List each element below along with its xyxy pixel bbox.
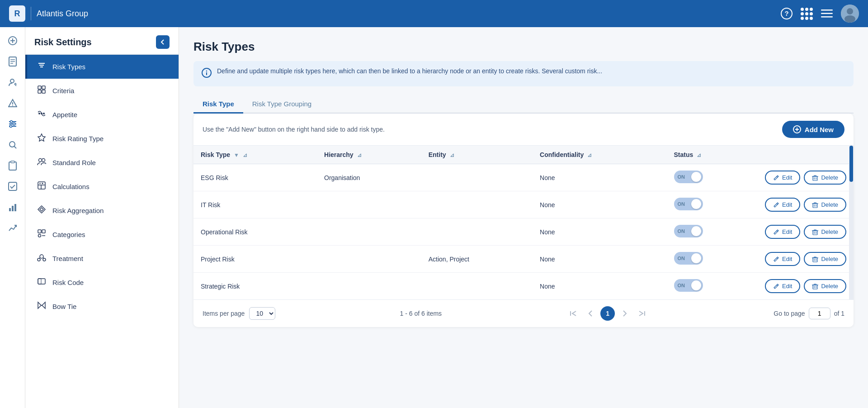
delete-button-2[interactable]: Delete bbox=[804, 225, 846, 239]
first-page-button[interactable] bbox=[566, 306, 580, 321]
sidebar-item-risk-rating-type[interactable]: Risk Rating Type bbox=[25, 127, 179, 151]
tab-risk-type-grouping[interactable]: Risk Type Grouping bbox=[243, 95, 321, 114]
svg-rect-51 bbox=[42, 230, 45, 233]
svg-marker-48 bbox=[38, 206, 45, 213]
svg-rect-2 bbox=[821, 9, 833, 11]
sidebar-icon-chart[interactable] bbox=[4, 198, 22, 216]
col-entity-label: Entity bbox=[429, 151, 446, 158]
col-risk-type-label: Risk Type bbox=[201, 151, 230, 158]
edit-button-2[interactable]: Edit bbox=[765, 225, 800, 239]
sidebar-icon-warning[interactable] bbox=[4, 94, 22, 112]
col-confidentiality-label: Confidentiality bbox=[540, 151, 584, 158]
edit-button-3[interactable]: Edit bbox=[765, 252, 800, 266]
status-toggle-0[interactable]: ON bbox=[674, 171, 703, 183]
info-icon bbox=[202, 68, 212, 80]
collapse-button[interactable] bbox=[156, 35, 170, 49]
per-page-select[interactable]: 10 25 50 bbox=[249, 307, 275, 320]
status-toggle-2[interactable]: ON bbox=[674, 225, 703, 237]
main-content: Risk Types Define and update multiple ri… bbox=[179, 27, 868, 408]
delete-button-0[interactable]: Delete bbox=[804, 171, 846, 185]
svg-text:?: ? bbox=[784, 9, 788, 17]
col-entity-filter-icon[interactable]: ⊿ bbox=[450, 152, 454, 158]
status-toggle-1[interactable]: ON bbox=[674, 198, 703, 210]
sidebar-item-categories[interactable]: Categories bbox=[25, 223, 179, 247]
table-row: Operational Risk None ON Edit Delete bbox=[193, 218, 854, 246]
help-button[interactable]: ? bbox=[781, 8, 793, 19]
delete-button-3[interactable]: Delete bbox=[804, 252, 846, 266]
sidebar-item-risk-aggregation[interactable]: Risk Aggregation bbox=[25, 199, 179, 223]
sidebar-item-risk-types[interactable]: Risk Types bbox=[25, 55, 179, 79]
sidebar-icon-search-filter[interactable] bbox=[4, 136, 22, 154]
svg-marker-39 bbox=[38, 134, 45, 141]
sidebar-item-appetite[interactable]: Appetite bbox=[25, 103, 179, 127]
nav-label-risk-code: Risk Code bbox=[52, 279, 84, 286]
add-new-button[interactable]: Add New bbox=[782, 121, 844, 138]
sidebar-item-treatment[interactable]: Treatment bbox=[25, 247, 179, 270]
cell-hierarchy-4 bbox=[317, 273, 421, 300]
edit-button-1[interactable]: Edit bbox=[765, 198, 800, 212]
sidebar-icon-trend[interactable] bbox=[4, 219, 22, 237]
edit-button-0[interactable]: Edit bbox=[765, 171, 800, 185]
cell-entity-3: Action, Project bbox=[421, 246, 533, 273]
cell-status-0: ON bbox=[667, 164, 754, 191]
page-1-button[interactable]: 1 bbox=[600, 306, 615, 321]
sidebar-item-bow-tie[interactable]: Bow Tie bbox=[25, 294, 179, 318]
left-nav-header: Risk Settings bbox=[25, 27, 179, 55]
sidebar-icon-doc[interactable] bbox=[4, 52, 22, 71]
edit-button-4[interactable]: Edit bbox=[765, 279, 800, 293]
prev-page-button[interactable] bbox=[583, 306, 598, 321]
info-text: Define and update multiple risk types he… bbox=[217, 67, 602, 75]
sidebar-item-standard-role[interactable]: Standard Role bbox=[25, 151, 179, 175]
svg-rect-33 bbox=[42, 86, 45, 89]
delete-button-4[interactable]: Delete bbox=[804, 279, 846, 293]
company-name: Atlantis Group bbox=[37, 9, 781, 19]
col-status-filter-icon[interactable]: ⊿ bbox=[697, 152, 701, 158]
nav-label-risk-aggregation: Risk Aggregation bbox=[52, 207, 104, 214]
svg-point-15 bbox=[10, 79, 14, 83]
sidebar-item-criteria[interactable]: Criteria bbox=[25, 79, 179, 103]
delete-button-1[interactable]: Delete bbox=[804, 198, 846, 212]
items-per-page-label: Items per page bbox=[203, 310, 245, 317]
sidebar-icon-user-edit[interactable] bbox=[4, 73, 22, 91]
nav-label-categories: Categories bbox=[52, 231, 85, 238]
sidebar-item-risk-code[interactable]: Risk Code bbox=[25, 270, 179, 294]
page-range-text: 1 - 6 of 6 items bbox=[400, 310, 442, 317]
status-toggle-4[interactable]: ON bbox=[674, 279, 703, 292]
svg-line-90 bbox=[777, 285, 778, 286]
status-toggle-3[interactable]: ON bbox=[674, 252, 703, 265]
cell-confidentiality-3: None bbox=[533, 246, 666, 273]
sidebar-item-calculations[interactable]: Calculations bbox=[25, 175, 179, 199]
app-logo[interactable]: R bbox=[9, 5, 25, 22]
menu-button[interactable] bbox=[821, 9, 833, 18]
svg-point-22 bbox=[13, 123, 15, 125]
apps-button[interactable] bbox=[801, 8, 813, 20]
svg-line-70 bbox=[777, 176, 778, 177]
nav-label-bow-tie: Bow Tie bbox=[52, 303, 76, 310]
next-page-button[interactable] bbox=[618, 306, 632, 321]
last-page-button[interactable] bbox=[635, 306, 649, 321]
page-title: Risk Types bbox=[193, 40, 854, 54]
table-row: Strategic Risk None ON Edit Delete bbox=[193, 273, 854, 300]
col-risk-type-filter-icon[interactable]: ⊿ bbox=[243, 152, 247, 158]
table-scroll-area[interactable]: Risk Type ▼ ⊿ Hierarchy ⊿ Entity bbox=[193, 146, 854, 299]
svg-line-25 bbox=[14, 147, 16, 149]
sidebar-icon-checklist[interactable] bbox=[4, 177, 22, 195]
svg-rect-60 bbox=[38, 279, 41, 284]
cell-confidentiality-0: None bbox=[533, 164, 666, 191]
sidebar-icon-plus[interactable] bbox=[4, 32, 22, 50]
tab-risk-type[interactable]: Risk Type bbox=[193, 95, 243, 114]
nav-icon-risk-types bbox=[36, 61, 47, 72]
col-risk-type-sort-icon[interactable]: ▼ bbox=[234, 152, 239, 158]
col-confidentiality: Confidentiality ⊿ bbox=[533, 146, 666, 164]
sidebar-icon-clipboard[interactable] bbox=[4, 157, 22, 175]
avatar-image bbox=[841, 5, 859, 23]
svg-point-40 bbox=[39, 159, 42, 162]
col-hierarchy-filter-icon[interactable]: ⊿ bbox=[357, 152, 362, 158]
cell-risk-type-1: IT Risk bbox=[193, 191, 317, 218]
user-avatar[interactable] bbox=[841, 5, 859, 23]
sidebar-icon-sliders[interactable] bbox=[4, 115, 22, 133]
goto-input[interactable] bbox=[809, 308, 830, 319]
left-nav: Risk Settings Risk Types Criteria Appeti… bbox=[25, 27, 179, 408]
nav-label-treatment: Treatment bbox=[52, 255, 83, 262]
col-confidentiality-filter-icon[interactable]: ⊿ bbox=[587, 152, 592, 158]
